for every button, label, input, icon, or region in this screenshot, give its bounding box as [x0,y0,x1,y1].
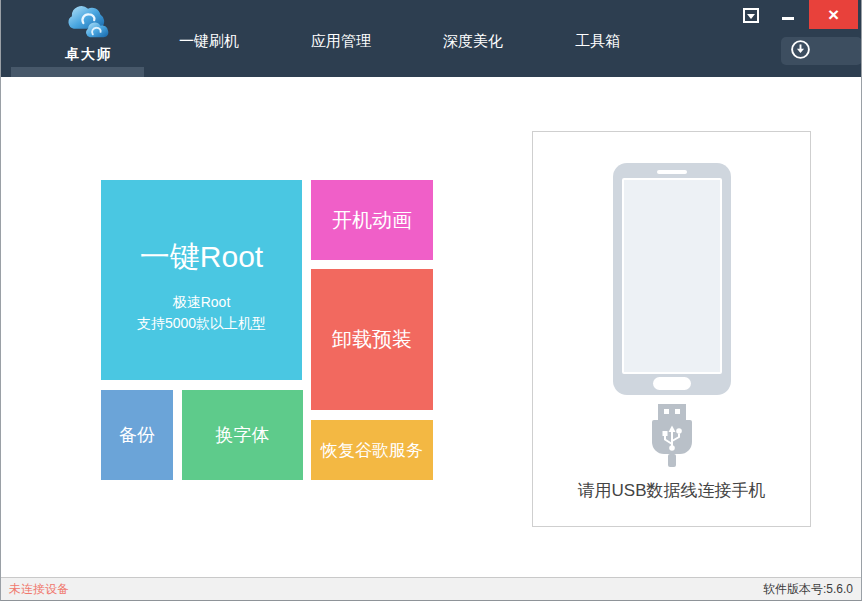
status-bar: 未连接设备 软件版本号:5.6.0 [1,577,861,600]
phone-home-button [653,377,691,390]
tile-boot-animation-label: 开机动画 [332,207,412,234]
close-icon: × [828,4,839,26]
tile-change-font[interactable]: 换字体 [182,390,303,480]
logo-wordmark: 卓大师 [65,46,113,64]
header-bar: 卓大师 一键刷机 应用管理 深度美化 工具箱 × [1,0,861,77]
nav-item-flash[interactable]: 一键刷机 [179,32,239,51]
chevron-down-icon [747,14,755,19]
cloud-logo-icon [64,5,114,45]
nav-item-beautify[interactable]: 深度美化 [443,32,503,51]
tile-root-sub-line2: 支持5000款以上机型 [137,313,266,334]
download-circle-icon [790,39,811,64]
tile-backup-label: 备份 [119,423,155,447]
device-status-text: 未连接设备 [9,581,69,598]
app-window: 卓大师 一键刷机 应用管理 深度美化 工具箱 × [0,0,862,601]
phone-screen [622,178,722,374]
tile-restore-google-label: 恢复谷歌服务 [321,439,423,462]
app-logo: 卓大师 [49,5,129,64]
tile-root-sub-line1: 极速Root [137,292,266,313]
nav-item-app-manager[interactable]: 应用管理 [311,32,371,51]
version-text: 软件版本号:5.6.0 [763,581,853,598]
tile-boot-animation[interactable]: 开机动画 [311,180,433,260]
minimize-button[interactable] [779,8,797,24]
tile-uninstall-preinstalled[interactable]: 卸载预装 [311,269,433,410]
usb-plug-icon [647,404,697,472]
phone-speaker [657,170,687,174]
device-connection-panel: 请用USB数据线连接手机 [532,131,811,527]
nav-item-toolbox[interactable]: 工具箱 [575,32,620,51]
tile-root-title: 一键Root [140,236,263,278]
connect-usb-message: 请用USB数据线连接手机 [533,479,810,502]
tile-change-font-label: 换字体 [216,423,270,447]
tile-uninstall-label: 卸载预装 [332,326,412,353]
tile-restore-google-services[interactable]: 恢复谷歌服务 [311,420,433,480]
minimize-icon [782,17,794,20]
active-tab-indicator [11,67,144,77]
download-button[interactable] [781,37,862,65]
smartphone-outline-icon [613,163,731,395]
tile-root-subtitle: 极速Root 支持5000款以上机型 [137,292,266,334]
tile-one-key-root[interactable]: 一键Root 极速Root 支持5000款以上机型 [101,180,302,380]
skin-dropdown-button[interactable] [743,8,759,23]
close-button[interactable]: × [809,0,858,29]
main-nav: 一键刷机 应用管理 深度美化 工具箱 [179,32,620,51]
tile-backup[interactable]: 备份 [101,390,173,480]
